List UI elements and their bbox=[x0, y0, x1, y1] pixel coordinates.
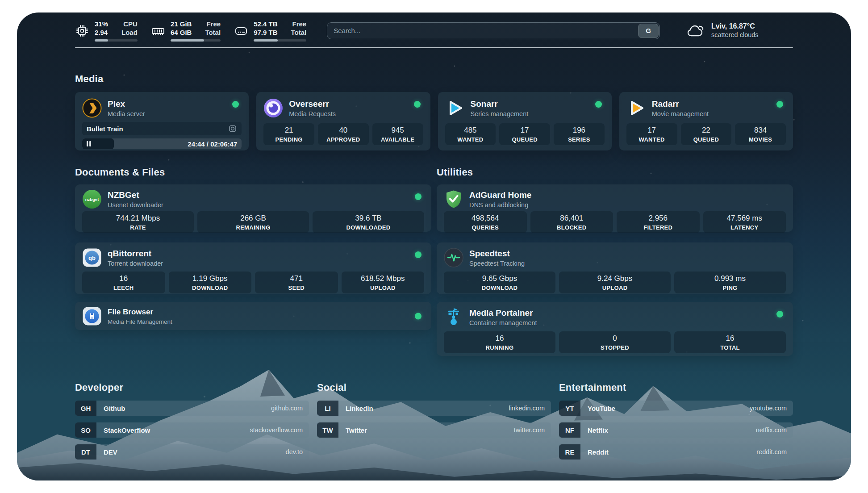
documents-section-heading: Documents & Files bbox=[75, 167, 431, 178]
cpu-percent: 31% bbox=[95, 20, 108, 28]
ram-icon bbox=[151, 24, 165, 38]
disk-widget: 52.4 TB 97.9 TB Free Total bbox=[234, 20, 306, 42]
stat-label: APPROVED bbox=[326, 136, 360, 143]
cpu-label: CPU bbox=[121, 20, 138, 28]
disk-progress-fill bbox=[254, 39, 278, 42]
sonarr-stat-wanted: 485 WANTED bbox=[445, 123, 496, 145]
bookmark-reddit[interactable]: RE Reddit reddit.com bbox=[559, 444, 793, 460]
plex-now-playing-row: Bullet Train bbox=[82, 122, 242, 135]
stat-label: DOWNLOADED bbox=[346, 224, 390, 231]
plex-now-playing-title: Bullet Train bbox=[87, 125, 123, 133]
stat-value: 0 bbox=[613, 334, 617, 343]
stat-label: STOPPED bbox=[601, 344, 629, 351]
nzbget-stat-remaining: 266 GB REMAINING bbox=[197, 211, 309, 233]
qbittorrent-stat-download: 1.19 Gbps DOWNLOAD bbox=[169, 272, 252, 293]
bookmark-abbr: SO bbox=[75, 422, 96, 438]
stat-value: 47.569 ms bbox=[727, 214, 762, 223]
topbar-separator bbox=[75, 47, 793, 48]
bookmark-github[interactable]: GH Github github.com bbox=[75, 401, 309, 416]
radarr-icon bbox=[626, 98, 646, 118]
memory-total-value: 64 GiB bbox=[171, 28, 192, 37]
bookmark-twitter[interactable]: TW Twitter twitter.com bbox=[317, 422, 551, 438]
plex-subtitle: Media server bbox=[108, 110, 145, 118]
portainer-card[interactable]: Media Portainer Container management 16 … bbox=[437, 302, 793, 356]
stat-label: WANTED bbox=[457, 136, 483, 143]
cpu-progress-bar bbox=[95, 39, 138, 42]
bookmark-name: Twitter bbox=[346, 426, 367, 434]
stat-label: MOVIES bbox=[749, 136, 772, 143]
stat-label: LATENCY bbox=[730, 224, 759, 231]
bookmark-abbr: RE bbox=[559, 444, 580, 460]
sonarr-title: Sonarr bbox=[471, 99, 529, 109]
bookmark-abbr: TW bbox=[317, 422, 338, 438]
memory-total-label: Total bbox=[205, 28, 221, 37]
stat-label: FILTERED bbox=[643, 224, 672, 231]
utilities-section-heading: Utilities bbox=[437, 167, 793, 178]
portainer-stat-stopped: 0 STOPPED bbox=[559, 331, 671, 353]
radarr-card[interactable]: Radarr Movie management 17 WANTED 22 QUE… bbox=[619, 92, 793, 150]
stat-value: 39.6 TB bbox=[355, 214, 381, 223]
overseerr-card[interactable]: Overseerr Media Requests 21 PENDING 40 A… bbox=[256, 92, 430, 150]
overseerr-icon bbox=[263, 98, 283, 118]
bookmark-youtube[interactable]: YT YouTube youtube.com bbox=[559, 401, 793, 416]
social-column: Social LI LinkedIn linkedin.com TW Twitt… bbox=[317, 382, 551, 466]
radarr-title: Radarr bbox=[652, 99, 709, 109]
bookmark-abbr: YT bbox=[559, 401, 580, 416]
disk-free-value: 52.4 TB bbox=[254, 20, 277, 28]
svg-text:qb: qb bbox=[88, 255, 96, 261]
stat-value: 17 bbox=[521, 126, 529, 135]
cloud-moon-icon bbox=[686, 23, 705, 39]
sonarr-card[interactable]: Sonarr Series management 485 WANTED 17 Q… bbox=[438, 92, 612, 150]
radarr-stat-wanted: 17 WANTED bbox=[626, 123, 677, 145]
nzbget-title: NZBGet bbox=[108, 190, 163, 200]
nzbget-card[interactable]: nzbget NZBGet Usenet downloader 744.21 M… bbox=[75, 184, 431, 232]
portainer-stat-running: 16 RUNNING bbox=[444, 331, 555, 353]
filebrowser-card[interactable]: File Browser Media File Management bbox=[75, 302, 431, 330]
stat-label: TOTAL bbox=[720, 344, 740, 351]
adguard-stat-queries: 498,564 QUERIES bbox=[444, 211, 527, 233]
plex-card[interactable]: Plex Media server Bullet Train bbox=[75, 92, 249, 150]
bookmark-url: linkedin.com bbox=[509, 405, 545, 412]
memory-progress-bar bbox=[171, 39, 221, 42]
radarr-stat-movies: 834 MOVIES bbox=[735, 123, 786, 145]
top-bar: 31% 2.94 CPU Load bbox=[75, 20, 793, 42]
cpu-progress-fill bbox=[95, 39, 108, 42]
stat-label: SEED bbox=[288, 284, 305, 291]
speedtest-card[interactable]: Speedtest Speedtest Tracking 9.65 Gbps D… bbox=[437, 242, 793, 294]
bookmark-dev[interactable]: DT DEV dev.to bbox=[75, 444, 309, 460]
qbittorrent-card[interactable]: qb qBittorrent Torrent downloader 16 bbox=[75, 242, 431, 294]
cpu-widget: 31% 2.94 CPU Load bbox=[75, 20, 138, 42]
bookmark-name: YouTube bbox=[588, 405, 615, 412]
cpu-load-label: Load bbox=[121, 28, 138, 37]
stat-value: 86,401 bbox=[560, 214, 583, 223]
bookmark-abbr: NF bbox=[559, 422, 580, 438]
bookmark-url: netflix.com bbox=[756, 426, 787, 434]
bookmark-netflix[interactable]: NF Netflix netflix.com bbox=[559, 422, 793, 438]
qbittorrent-icon: qb bbox=[82, 248, 102, 267]
bookmark-stackoverflow[interactable]: SO StackOverflow stackoverflow.com bbox=[75, 422, 309, 438]
sonarr-stat-series: 196 SERIES bbox=[554, 123, 605, 145]
bookmark-url: youtube.com bbox=[750, 405, 787, 412]
stat-label: UPLOAD bbox=[602, 284, 628, 291]
overseerr-stat-approved: 40 APPROVED bbox=[318, 123, 369, 145]
stat-value: 21 bbox=[285, 126, 293, 135]
adguard-card[interactable]: AdGuard Home DNS and adblocking 498,564 … bbox=[437, 184, 793, 232]
stat-label: PENDING bbox=[275, 136, 302, 143]
documents-column: Documents & Files nzbget NZBGet bbox=[75, 167, 431, 356]
stat-value: 9.24 Gbps bbox=[597, 274, 632, 283]
bookmark-url: github.com bbox=[271, 405, 303, 412]
developer-column: Developer GH Github github.com SO StackO… bbox=[75, 382, 309, 466]
search-input[interactable] bbox=[327, 22, 660, 39]
sonarr-status-dot bbox=[595, 101, 602, 108]
stat-value: 1.19 Gbps bbox=[192, 274, 227, 283]
stat-value: 0.993 ms bbox=[714, 274, 746, 283]
nzbget-stat-downloaded: 39.6 TB DOWNLOADED bbox=[313, 211, 424, 233]
search-engine-button[interactable]: G bbox=[638, 24, 659, 38]
bookmark-name: StackOverflow bbox=[104, 426, 150, 434]
qbittorrent-title: qBittorrent bbox=[108, 248, 163, 259]
stat-label: DOWNLOAD bbox=[192, 284, 228, 291]
stat-label: DOWNLOAD bbox=[482, 284, 517, 291]
bookmark-linkedin[interactable]: LI LinkedIn linkedin.com bbox=[317, 401, 551, 416]
stat-value: 498,564 bbox=[472, 214, 499, 223]
system-stats: 31% 2.94 CPU Load bbox=[75, 20, 306, 42]
